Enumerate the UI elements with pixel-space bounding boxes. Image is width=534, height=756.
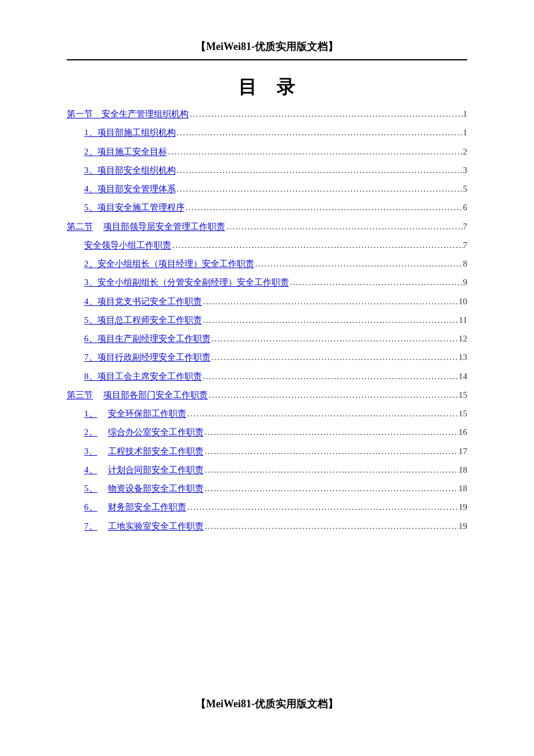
toc-link[interactable]: 6、项目生产副经理安全工作职责 — [84, 329, 211, 348]
toc-page-number: 12 — [459, 329, 467, 348]
toc-link[interactable]: 工程技术部安全工作职责 — [108, 442, 204, 460]
toc-entry: 3、项目部安全组织机构3 — [67, 161, 467, 179]
toc-heading: 目录 — [67, 74, 467, 100]
toc-entry: 4、项目部安全管理体系5 — [67, 179, 467, 198]
toc-link[interactable]: 综合办公室安全工作职责 — [108, 423, 204, 441]
toc-leader-dots — [204, 423, 459, 441]
toc-entry: 5、项目总工程师安全工作职责11 — [67, 311, 467, 329]
toc-leader-dots — [202, 292, 459, 311]
toc-entry: 4、计划合同部安全工作职责18 — [67, 460, 467, 479]
toc-entry: 第三节项目部各部门安全工作职责15 — [67, 386, 467, 404]
toc-page-number: 18 — [459, 479, 467, 498]
toc-link[interactable]: 1、项目部施工组织机构 — [84, 123, 176, 142]
toc-entry: 4、项目党支书记安全工作职责10 — [67, 292, 467, 311]
toc-marker[interactable]: 第二节 — [67, 217, 93, 236]
toc-leader-dots — [176, 161, 463, 179]
toc-leader-dots — [202, 367, 459, 386]
toc-marker[interactable]: 1、 — [84, 404, 98, 423]
toc-link[interactable]: 工地实验室安全工作职责 — [108, 517, 204, 535]
toc-entry: 5、物资设备部安全工作职责18 — [67, 479, 467, 498]
toc-page-number: 17 — [459, 442, 467, 460]
toc-leader-dots — [211, 348, 459, 366]
toc-page-number: 8 — [463, 254, 468, 273]
toc-page-number: 5 — [463, 179, 468, 198]
toc-entry: 6、财务部安全工作职责19 — [67, 498, 467, 516]
toc-leader-dots — [186, 498, 459, 516]
toc-link[interactable]: 第一节 安全生产管理组织机构 — [67, 105, 189, 123]
toc-page-number: 2 — [463, 142, 468, 161]
toc-page-number: 7 — [463, 236, 468, 254]
toc-page-number: 18 — [459, 460, 467, 479]
toc-entry: 1、安全环保部工作职责15 — [67, 404, 467, 423]
toc-marker[interactable]: 7、 — [84, 517, 98, 535]
toc-list: 第一节 安全生产管理组织机构11、项目部施工组织机构12、项目施工安全目标23、… — [67, 105, 467, 535]
toc-link[interactable]: 4、项目部安全管理体系 — [84, 179, 176, 198]
toc-link[interactable]: 财务部安全工作职责 — [108, 498, 186, 516]
toc-link[interactable]: 安全领导小组工作职责 — [84, 236, 171, 254]
toc-entry: 安全领导小组工作职责7 — [67, 236, 467, 254]
toc-leader-dots — [208, 386, 459, 404]
toc-entry: 8、项目工会主席安全工作职责14 — [67, 367, 467, 386]
toc-page-number: 13 — [459, 348, 467, 366]
toc-link[interactable]: 2、安全小组组长（项目经理）安全工作职责 — [84, 254, 254, 273]
toc-entry: 5、项目安全施工管理程序6 — [67, 198, 467, 217]
toc-page-number: 9 — [463, 273, 468, 291]
toc-page-number: 15 — [459, 386, 467, 404]
toc-link[interactable]: 5、项目总工程师安全工作职责 — [84, 311, 202, 329]
toc-marker[interactable]: 5、 — [84, 479, 98, 498]
toc-leader-dots — [254, 254, 463, 273]
toc-marker[interactable]: 3、 — [84, 442, 98, 460]
toc-marker[interactable]: 6、 — [84, 498, 98, 516]
toc-entry: 3、工程技术部安全工作职责17 — [67, 442, 467, 460]
toc-page-number: 11 — [459, 311, 467, 329]
toc-link[interactable]: 7、项目行政副经理安全工作职责 — [84, 348, 211, 366]
toc-leader-dots — [204, 517, 459, 535]
toc-link[interactable]: 3、安全小组副组长（分管安全副经理）安全工作职责 — [84, 273, 289, 291]
toc-leader-dots — [189, 105, 463, 123]
toc-marker[interactable]: 4、 — [84, 460, 98, 479]
toc-page-number: 15 — [459, 404, 467, 423]
toc-page-number: 19 — [459, 517, 467, 535]
toc-entry: 2、项目施工安全目标2 — [67, 142, 467, 161]
toc-entry: 2、综合办公室安全工作职责16 — [67, 423, 467, 441]
toc-link[interactable]: 4、项目党支书记安全工作职责 — [84, 292, 202, 311]
toc-link[interactable]: 8、项目工会主席安全工作职责 — [84, 367, 202, 386]
toc-leader-dots — [167, 142, 463, 161]
toc-leader-dots — [176, 123, 463, 142]
toc-entry: 3、安全小组副组长（分管安全副经理）安全工作职责9 — [67, 273, 467, 291]
toc-entry: 7、项目行政副经理安全工作职责13 — [67, 348, 467, 366]
toc-marker[interactable]: 第三节 — [67, 386, 93, 404]
toc-link[interactable]: 物资设备部安全工作职责 — [108, 479, 204, 498]
toc-entry: 第一节 安全生产管理组织机构1 — [67, 105, 467, 123]
toc-entry: 6、项目生产副经理安全工作职责12 — [67, 329, 467, 348]
toc-link[interactable]: 3、项目部安全组织机构 — [84, 161, 176, 179]
toc-link[interactable]: 项目部各部门安全工作职责 — [103, 386, 208, 404]
toc-link[interactable]: 2、项目施工安全目标 — [84, 142, 167, 161]
toc-page-number: 10 — [459, 292, 467, 311]
toc-page-number: 14 — [459, 367, 467, 386]
toc-leader-dots — [204, 479, 459, 498]
toc-leader-dots — [204, 442, 459, 460]
toc-leader-dots — [186, 404, 459, 423]
toc-link[interactable]: 安全环保部工作职责 — [108, 404, 186, 423]
toc-link[interactable]: 5、项目安全施工管理程序 — [84, 198, 185, 217]
toc-page-number: 6 — [463, 198, 468, 217]
toc-marker[interactable]: 2、 — [84, 423, 98, 441]
toc-page-number: 3 — [463, 161, 468, 179]
toc-page-number: 16 — [459, 423, 467, 441]
toc-leader-dots — [202, 311, 459, 329]
toc-leader-dots — [171, 236, 463, 254]
toc-page-number: 1 — [463, 105, 468, 123]
toc-leader-dots — [204, 460, 459, 479]
toc-entry: 第二节项目部领导层安全管理工作职责7 — [67, 217, 467, 236]
page-header: 【MeiWei81-优质实用版文档】 — [67, 39, 467, 59]
toc-entry: 7、工地实验室安全工作职责19 — [67, 517, 467, 535]
toc-leader-dots — [225, 217, 463, 236]
toc-page-number: 1 — [463, 123, 468, 142]
toc-leader-dots — [185, 198, 463, 217]
toc-page-number: 7 — [463, 217, 468, 236]
toc-link[interactable]: 计划合同部安全工作职责 — [108, 460, 204, 479]
header-divider — [67, 59, 467, 60]
toc-page-number: 19 — [459, 498, 467, 516]
toc-link[interactable]: 项目部领导层安全管理工作职责 — [103, 217, 225, 236]
